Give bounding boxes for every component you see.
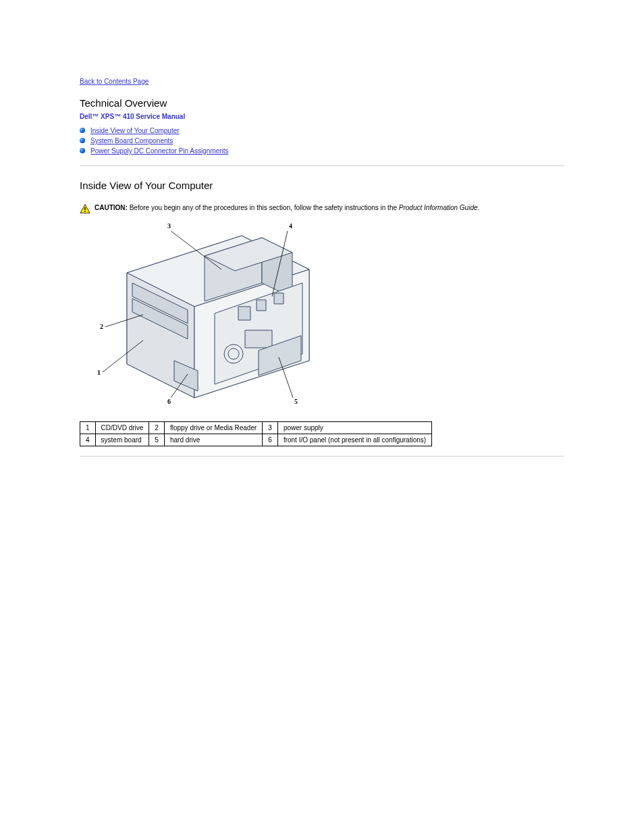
page-title: Technical Overview	[80, 97, 564, 109]
callout-cell-text: floppy drive or Media Reader	[164, 422, 262, 434]
table-row: 4 system board 5 hard drive 6 front I/O …	[80, 434, 432, 446]
callout-cell-num: 4	[80, 434, 96, 446]
table-row: 1 CD/DVD drive 2 floppy drive or Media R…	[80, 422, 432, 434]
caution-prefix: CAUTION:	[95, 204, 130, 211]
callout-cell-text: system board	[95, 434, 149, 446]
callout-cell-text: front I/O panel (not present in all conf…	[277, 434, 431, 446]
section-heading-inside-view: Inside View of Your Computer	[80, 180, 564, 191]
callout-cell-text: hard drive	[164, 434, 262, 446]
svg-rect-1	[84, 207, 86, 210]
callout-cell-num: 1	[80, 422, 96, 434]
caution-body-after: .	[478, 204, 480, 211]
callout-1: 1	[97, 369, 101, 376]
inside-view-figure: 1 2 3 4 5 6	[86, 219, 323, 409]
svg-rect-13	[238, 307, 250, 320]
callout-6: 6	[167, 398, 171, 405]
callout-cell-num: 6	[263, 434, 278, 446]
callout-cell-text: power supply	[277, 422, 431, 434]
callout-cell-num: 3	[263, 422, 278, 434]
caution-triangle-icon	[80, 204, 90, 213]
callout-cell-num: 5	[149, 434, 165, 446]
callout-table: 1 CD/DVD drive 2 floppy drive or Media R…	[80, 421, 432, 446]
caution-guide-name: Product Information Guide	[399, 204, 478, 211]
callout-3: 3	[167, 222, 171, 230]
svg-rect-16	[245, 330, 272, 348]
divider	[80, 456, 564, 457]
caution-text: CAUTION: Before you begin any of the pro…	[95, 203, 479, 213]
callout-cell-text: CD/DVD drive	[95, 422, 149, 434]
caution-body-before: Before you begin any of the procedures i…	[130, 204, 399, 211]
callout-cell-num: 2	[149, 422, 165, 434]
manual-subtitle: Dell™ XPS™ 410 Service Manual	[80, 113, 564, 120]
toc-list: Inside View of Your Computer System Boar…	[80, 126, 564, 156]
toc-link-system-board[interactable]: System Board Components	[90, 137, 173, 145]
list-item: Inside View of Your Computer	[80, 126, 564, 136]
svg-rect-14	[257, 300, 266, 311]
divider	[80, 165, 564, 166]
back-to-contents-link[interactable]: Back to Contents Page	[80, 78, 149, 85]
list-item: Power Supply DC Connector Pin Assignment…	[80, 146, 564, 156]
list-item: System Board Components	[80, 136, 564, 146]
callout-5: 5	[294, 398, 298, 405]
svg-rect-2	[84, 211, 86, 212]
caution-block: CAUTION: Before you begin any of the pro…	[80, 203, 564, 213]
svg-rect-15	[274, 293, 284, 304]
callout-2: 2	[100, 323, 103, 330]
callout-4: 4	[289, 222, 292, 230]
toc-link-inside-view[interactable]: Inside View of Your Computer	[90, 127, 180, 134]
toc-link-power-supply[interactable]: Power Supply DC Connector Pin Assignment…	[90, 147, 229, 155]
